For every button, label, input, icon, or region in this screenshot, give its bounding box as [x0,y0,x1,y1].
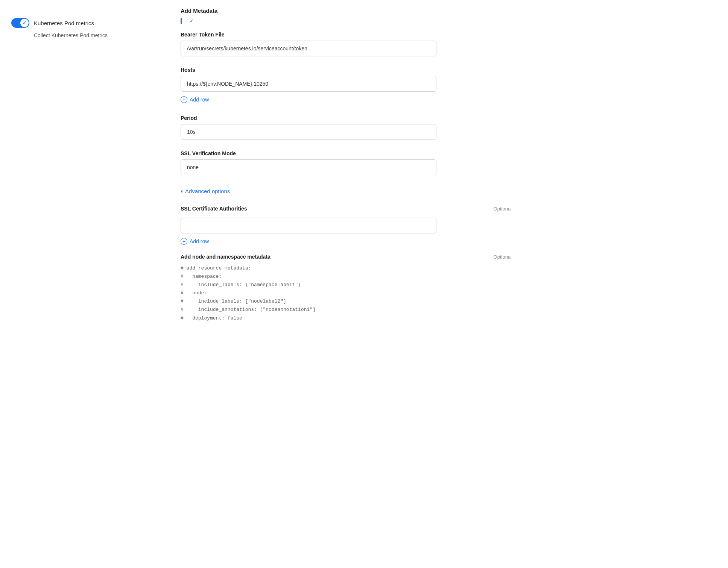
ssl-cert-label-row: SSL Certificate Authorities Optional [181,206,512,212]
add-node-namespace-section: Add node and namespace metadata Optional… [181,254,512,324]
ssl-verification-label: SSL Verification Mode [181,150,512,156]
ssl-cert-input[interactable] [181,218,436,233]
code-line-4: # node: [181,289,512,297]
advanced-options-button[interactable]: ▾ Advanced options [181,186,230,197]
add-node-namespace-label: Add node and namespace metadata [181,254,271,260]
add-metadata-toggle-thumb: ✓ [190,17,193,25]
add-metadata-toggle-track: ✓ [181,18,182,24]
add-row-plus-icon: + [181,96,187,103]
ssl-cert-section: SSL Certificate Authorities Optional + A… [181,206,512,246]
ssl-cert-add-row-plus-icon: + [181,238,187,245]
sidebar-sub-label: Collect Kubernetes Pod metrics [11,32,146,38]
sidebar: ✓ Kubernetes Pod metrics Collect Kuberne… [0,0,158,568]
add-node-namespace-optional: Optional [494,254,512,260]
ssl-cert-add-row-button[interactable]: + Add row [181,236,209,246]
add-metadata-label: Add Metadata [181,8,512,14]
code-line-7: # deployment: false [181,314,512,323]
sidebar-item-k8s-pod-metrics[interactable]: ✓ Kubernetes Pod metrics [11,15,146,31]
code-line-3: # include_labels: ["namespacelabel1"] [181,281,512,289]
main-content: Add Metadata ✓ Bearer Token File Hosts +… [158,0,534,568]
chevron-down-icon: ▾ [181,189,183,194]
bearer-token-input[interactable] [181,41,436,56]
hosts-label: Hosts [181,67,512,73]
bearer-token-section: Bearer Token File [181,32,512,56]
ssl-verification-section: SSL Verification Mode [181,150,512,175]
hosts-add-row-label: Add row [190,97,209,103]
toggle-track: ✓ [11,18,29,28]
advanced-options-label: Advanced options [185,188,230,194]
ssl-cert-optional: Optional [494,206,512,212]
ssl-verification-input[interactable] [181,159,436,175]
period-label: Period [181,115,512,121]
ssl-cert-add-row-label: Add row [190,238,209,244]
toggle-check-icon: ✓ [23,20,26,26]
toggle-thumb: ✓ [20,19,29,27]
bearer-token-label: Bearer Token File [181,32,512,38]
period-input[interactable] [181,124,436,140]
add-node-namespace-code: # add_resource_metadata: # namespace: # … [181,263,512,324]
code-line-6: # include_annotations: ["nodeannotation1… [181,306,512,314]
code-line-5: # include_labels: ["nodelabel2"] [181,297,512,306]
add-metadata-section: Add Metadata ✓ [181,8,512,24]
add-metadata-check-icon: ✓ [190,18,193,24]
sidebar-toggle[interactable]: ✓ [11,18,29,28]
hosts-section: Hosts + Add row [181,67,512,105]
sidebar-item-label: Kubernetes Pod metrics [34,20,94,26]
period-section: Period [181,115,512,140]
ssl-cert-label: SSL Certificate Authorities [181,206,247,212]
hosts-input[interactable] [181,76,436,92]
hosts-add-row-button[interactable]: + Add row [181,95,209,105]
code-line-1: # add_resource_metadata: [181,264,512,273]
add-node-namespace-label-row: Add node and namespace metadata Optional [181,254,512,260]
code-line-2: # namespace: [181,273,512,281]
